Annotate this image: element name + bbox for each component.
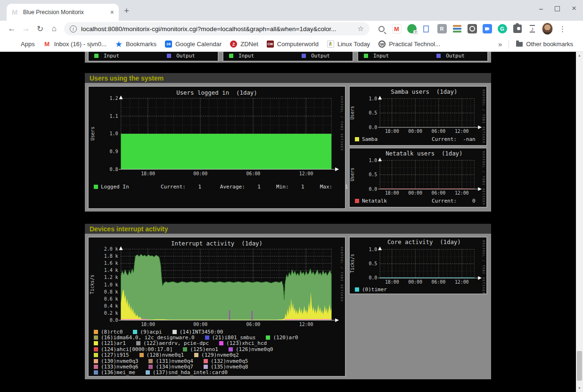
- network-graph-2-bottom[interactable]: Input Output: [222, 52, 353, 62]
- browser-menu-icon[interactable]: ⋮: [557, 24, 568, 34]
- bookmark-linux-today[interactable]: lt Linux Today: [323, 39, 374, 50]
- chart-title: Core activity (1day): [387, 239, 461, 246]
- voice-extension-icon[interactable]: [406, 24, 417, 34]
- legend-swatch: [94, 370, 98, 375]
- y-tick: 0.4 k: [104, 303, 118, 309]
- x-tick: 00:00: [193, 322, 207, 327]
- samba-users-graph[interactable]: Samba users (1day) Users 1.0 0.5 0.0 18:…: [349, 86, 487, 146]
- profile-avatar[interactable]: [542, 24, 553, 34]
- gmail-icon: M: [43, 41, 51, 48]
- legend-swatch: [355, 287, 359, 292]
- x-tick: 00:00: [193, 171, 207, 176]
- y-tick: 0.6 k: [104, 296, 118, 302]
- bookmark-practical-technology[interactable]: W Practical Technol...: [374, 39, 444, 50]
- legend-swatch: [205, 335, 209, 340]
- legend-swatch: [204, 359, 208, 363]
- output-swatch: [302, 54, 306, 58]
- samba-stats: Current: -nan: [432, 136, 476, 142]
- x-tick: 18:00: [141, 171, 155, 176]
- address-bar[interactable]: i localhost:8080/monitorix-cgi/monitorix…: [64, 22, 370, 35]
- y-tick: 1.8 k: [104, 253, 118, 259]
- back-button[interactable]: ←: [5, 24, 19, 33]
- interrupt-purple-spike: [251, 311, 252, 320]
- page-content: Input Output Input Output Input Output: [0, 52, 576, 392]
- bookmarks-overflow-icon[interactable]: »: [494, 40, 506, 48]
- y-tick: 1.0: [369, 247, 377, 252]
- extensions-puzzle-icon[interactable]: [512, 24, 523, 34]
- books-extension-icon[interactable]: [452, 24, 462, 34]
- network-graph-1-bottom[interactable]: Input Output: [88, 52, 219, 62]
- home-button[interactable]: ⌂: [47, 24, 61, 33]
- zdnet-icon: Z: [230, 41, 237, 48]
- y-tick: 0.0: [369, 187, 377, 192]
- chart-title: Users logged in (1day): [176, 90, 257, 96]
- grammarly-extension-icon[interactable]: G: [497, 24, 508, 34]
- samba-legend: Samba Current: -nan: [355, 136, 484, 142]
- y-axis-label: Users: [350, 168, 355, 181]
- new-tab-button[interactable]: +: [124, 6, 129, 16]
- y-axis-label: Users: [90, 127, 95, 141]
- tab-close-icon[interactable]: ×: [110, 9, 114, 16]
- x-tick: 06:00: [432, 190, 446, 196]
- y-tick: 1.6 k: [104, 261, 118, 266]
- core-activity-graph[interactable]: Core activity (1day) Ticks/s 1.0 0.5 0.0…: [349, 237, 487, 294]
- bookmark-inbox[interactable]: M Inbox (16) - sjvn0...: [39, 39, 111, 50]
- scroll-up-icon[interactable]: ▲: [576, 52, 583, 59]
- y-axis-arrow: [378, 96, 382, 99]
- copy-extension-icon[interactable]: [421, 24, 432, 34]
- url-text[interactable]: localhost:8080/monitorix-cgi/monitorix.c…: [81, 25, 353, 33]
- playlist-extension-icon[interactable]: ♪: [527, 24, 538, 34]
- scroll-down-icon[interactable]: ▼: [576, 384, 583, 392]
- bookmark-google-calendar[interactable]: 28 Google Calendar: [161, 39, 226, 50]
- folder-icon: [516, 42, 523, 47]
- legend-swatch: [204, 365, 208, 369]
- keep-extension-icon[interactable]: [467, 24, 477, 34]
- bookmark-bookmarks[interactable]: ★ Bookmarks: [111, 39, 161, 50]
- y-axis-arrow: [119, 96, 123, 99]
- users-logged-in-graph[interactable]: Users logged in (1day) Users 1.2 1.1 1.0…: [88, 86, 346, 209]
- bookmark-zdnet[interactable]: Z ZDNet: [226, 39, 263, 50]
- rrdtool-watermark: RRDTOOL / TOBI OETIKER: [482, 151, 485, 205]
- browser-tab[interactable]: M Blue Precision Monitorix ×: [7, 4, 119, 21]
- users-legend: Logged In Current: 1 Average: 1 Min: 1 M…: [94, 184, 341, 190]
- bookmark-apps[interactable]: Apps: [6, 39, 39, 50]
- x-tick: 00:00: [408, 129, 422, 134]
- minimize-button[interactable]: –: [539, 5, 543, 13]
- scrollbar-thumb[interactable]: [577, 351, 582, 381]
- vertical-scrollbar[interactable]: ▲ ▼: [576, 52, 583, 392]
- x-tick: 06:00: [246, 322, 261, 327]
- y-tick: 2.0 k: [104, 246, 118, 252]
- legend-swatch: [94, 185, 98, 189]
- reload-button[interactable]: ↻: [33, 24, 47, 34]
- maximize-button[interactable]: [555, 6, 560, 11]
- interrupt-activity-graph[interactable]: Interrupt activity (1day) Ticks/s 2.0 k …: [88, 237, 346, 377]
- y-tick: 1.0: [110, 131, 118, 136]
- window-controls: – ×: [539, 4, 576, 13]
- bookmark-computerworld[interactable]: CW Computerworld: [263, 39, 323, 50]
- rrdtool-watermark: RRDTOOL / TOBI OETIKER: [482, 240, 485, 294]
- legend-swatch: [194, 353, 198, 357]
- netatalk-legend: Netatalk Current: 0: [355, 198, 484, 204]
- browser-window: M Blue Precision Monitorix × + – × ← → ↻…: [0, 0, 583, 392]
- network-graph-3-bottom[interactable]: Input Output: [357, 52, 488, 62]
- page-info-icon[interactable]: i: [70, 25, 77, 33]
- close-button[interactable]: ×: [572, 4, 576, 13]
- bookmark-star-icon[interactable]: ☆: [358, 24, 364, 33]
- y-tick: 0.5: [369, 110, 377, 115]
- output-swatch: [436, 54, 441, 58]
- x-tick: 12:00: [299, 322, 313, 327]
- y-tick: 0.8: [110, 167, 118, 172]
- x-axis-arrow: [335, 318, 339, 322]
- search-extension-icon[interactable]: [376, 24, 387, 34]
- x-axis-arrow: [478, 125, 482, 129]
- netatalk-users-graph[interactable]: Netatalk users (1day) Users 1.0 0.5 0.0 …: [349, 147, 487, 208]
- y-tick: 1.2: [110, 96, 118, 101]
- legend-swatch: [94, 353, 98, 357]
- input-swatch: [229, 54, 233, 58]
- y-axis-label: Ticks/s: [90, 275, 95, 294]
- y-tick: 0.2 k: [104, 310, 118, 316]
- r-extension-icon[interactable]: R: [436, 24, 447, 34]
- zoom-extension-icon[interactable]: [482, 24, 493, 34]
- other-bookmarks[interactable]: Other bookmarks: [512, 39, 577, 50]
- gmail-extension-icon[interactable]: M: [391, 24, 402, 34]
